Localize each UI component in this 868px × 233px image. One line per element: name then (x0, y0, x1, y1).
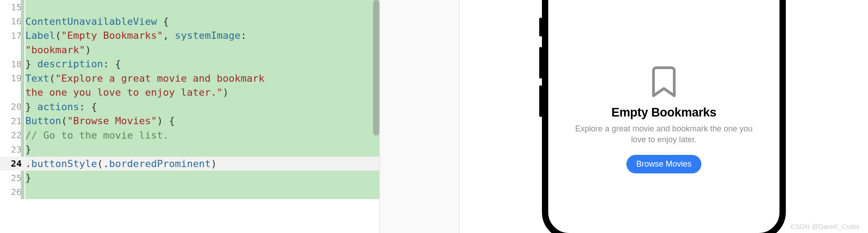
line-number: 21 (11, 116, 22, 126)
line-number: 18 (11, 59, 22, 70)
phone-side-button (539, 18, 542, 37)
code-line[interactable]: // Go to the movie list. (25, 128, 379, 143)
minimap-pane (379, 0, 460, 233)
line-number: 17 (11, 30, 22, 41)
code-line[interactable]: } (25, 171, 379, 185)
code-line[interactable]: } actions: { (25, 100, 379, 114)
scrollbar-vertical[interactable] (373, 0, 379, 135)
phone-side-button (539, 85, 542, 117)
line-number: 16 (11, 16, 22, 27)
code-line[interactable]: "bookmark") (25, 43, 379, 57)
phone-simulator-frame: Empty Bookmarks Explore a great movie an… (542, 0, 786, 233)
code-line[interactable] (25, 0, 379, 14)
line-number: 20 (11, 101, 22, 112)
code-line[interactable]: Text("Explore a great movie and bookmark (25, 71, 379, 86)
line-number: 19 (11, 73, 22, 84)
line-number: 26 (11, 186, 22, 197)
code-line[interactable]: } description: { (25, 57, 379, 71)
preview-pane: Empty Bookmarks Explore a great movie an… (460, 0, 868, 233)
code-line-current[interactable]: .buttonStyle(.borderedProminent) (25, 157, 379, 171)
browse-movies-button[interactable]: Browse Movies (626, 155, 701, 173)
line-number: 22 (11, 130, 22, 140)
empty-state-title: Empty Bookmarks (611, 106, 717, 120)
code-content[interactable]: ContentUnavailableView { Label("Empty Bo… (25, 0, 379, 233)
empty-state-description: Explore a great movie and bookmark the o… (569, 123, 759, 145)
code-line[interactable] (25, 185, 379, 200)
line-number: 15 (11, 2, 22, 13)
code-line[interactable]: the one you love to enjoy later.") (25, 85, 379, 100)
phone-side-button (539, 47, 542, 79)
code-editor-pane[interactable]: 15 16 17 18 19 20 21 22 23 24 25 26 Cont… (0, 0, 379, 233)
watermark-text: CSDN @Daniel_Coder (790, 223, 860, 230)
code-line[interactable]: Label("Empty Bookmarks", systemImage: (25, 28, 379, 43)
code-line[interactable]: ContentUnavailableView { (25, 14, 379, 29)
line-number: 23 (11, 144, 22, 155)
code-line[interactable]: } (25, 142, 379, 157)
line-number: 25 (11, 172, 22, 183)
line-number: 24 (11, 158, 22, 169)
code-line[interactable]: Button("Browse Movies") { (25, 114, 379, 128)
line-number-gutter: 15 16 17 18 19 20 21 22 23 24 25 26 (0, 0, 25, 233)
content-unavailable-view: Empty Bookmarks Explore a great movie an… (551, 66, 777, 174)
bookmark-icon (652, 66, 676, 98)
